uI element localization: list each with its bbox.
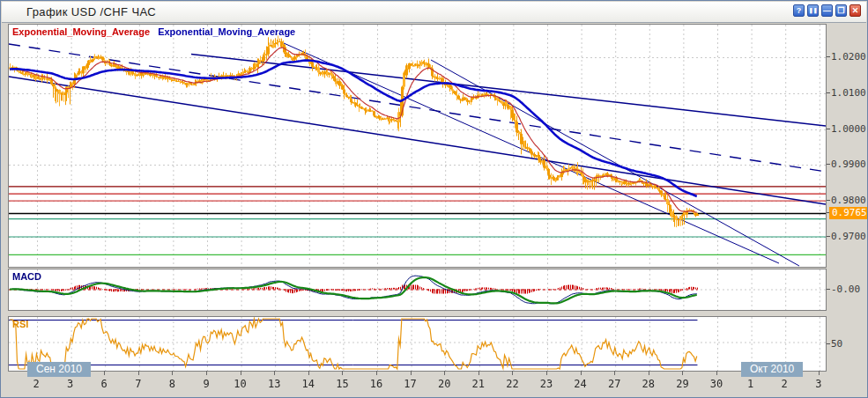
date-axis-label: 16 <box>370 378 382 390</box>
date-axis-label: 28 <box>642 378 655 390</box>
price-tick-mark <box>827 236 830 237</box>
minimize-button[interactable]: — <box>821 4 833 17</box>
date-tick-mark <box>411 371 412 375</box>
rsi-canvas[interactable] <box>9 317 826 371</box>
main-chart-panel: Exponential_Moving_Average Exponential_M… <box>8 24 827 268</box>
date-tick-mark <box>819 371 820 375</box>
macd-label: MACD <box>12 271 41 282</box>
maximize-button[interactable]: ❐ <box>835 4 847 17</box>
chart-window: График USD /CHF ЧАС ?❚❚—❐✕ Exponential_M… <box>0 0 868 398</box>
macd-canvas[interactable] <box>9 269 826 310</box>
date-axis-label: 8 <box>169 378 175 390</box>
date-axis-label: 3 <box>67 378 73 390</box>
date-tick-mark <box>172 371 173 375</box>
date-tick-mark <box>581 371 582 375</box>
date-axis-label: 6 <box>101 378 108 390</box>
date-axis-label: 2 <box>33 378 39 390</box>
price-tick-mark <box>827 200 830 201</box>
pause-button[interactable]: ❚❚ <box>807 4 819 17</box>
date-axis[interactable]: 236789101314151617202122232427282930123 <box>8 371 827 394</box>
date-axis-label: 10 <box>234 378 246 390</box>
date-tick-mark <box>682 371 683 375</box>
date-tick-mark <box>241 371 241 375</box>
date-tick-mark <box>104 371 105 375</box>
close-button[interactable]: ✕ <box>849 4 861 17</box>
ema-blue-legend-label: Exponential_Moving_Average <box>158 26 295 37</box>
main-chart-canvas[interactable] <box>9 25 826 267</box>
date-axis-label: 29 <box>676 378 688 390</box>
date-axis-label: 22 <box>506 378 518 390</box>
date-tick-mark <box>512 371 513 375</box>
date-axis-label: 1 <box>747 378 753 390</box>
price-axis-label: 0.9700 <box>831 231 866 242</box>
date-axis-label: 30 <box>710 378 723 390</box>
price-axis-label: 1.0100 <box>831 87 866 99</box>
date-tick-mark <box>138 371 139 375</box>
price-axis-label: 0.9800 <box>831 195 866 206</box>
date-axis-label: 27 <box>608 378 620 390</box>
date-tick-mark <box>649 371 649 375</box>
rsi-label: RSI <box>12 319 28 329</box>
price-axis-label: -0.00 <box>831 284 860 295</box>
date-tick-mark <box>546 371 547 375</box>
price-tick-mark <box>827 289 830 290</box>
price-tick-mark <box>827 92 830 93</box>
date-tick-mark <box>479 371 479 375</box>
price-axis-label: 1.0000 <box>831 123 866 135</box>
window-buttons: ?❚❚—❐✕ <box>793 4 861 17</box>
date-tick-mark <box>614 371 615 375</box>
rsi-panel: RSI <box>8 316 827 372</box>
month-badge-september: Сен 2010 <box>27 362 91 377</box>
date-axis-label: 2 <box>782 378 788 390</box>
date-tick-mark <box>444 371 445 375</box>
date-tick-mark <box>308 371 309 375</box>
date-tick-mark <box>376 371 377 375</box>
current-price-tag: 0.9765 <box>829 207 868 219</box>
indicator-legend: Exponential_Moving_Average Exponential_M… <box>12 26 295 37</box>
price-tick-mark <box>827 164 830 165</box>
date-axis-label: 21 <box>472 378 485 390</box>
price-tick-mark <box>827 56 830 57</box>
window-title: График USD /CHF ЧАС <box>26 5 156 18</box>
date-axis-label: 15 <box>336 378 348 390</box>
date-axis-label: 3 <box>815 378 821 390</box>
date-axis-label: 7 <box>135 378 141 390</box>
ema-red-legend-label: Exponential_Moving_Average <box>12 26 150 37</box>
price-axis-label: 1.0200 <box>831 51 866 63</box>
price-axis[interactable]: 1.02001.01001.00000.99000.98000.97000.97… <box>827 24 868 372</box>
price-axis-label: 0.9900 <box>831 158 866 170</box>
date-axis-label: 23 <box>540 378 553 390</box>
price-tick-mark <box>827 343 830 344</box>
date-tick-mark <box>716 371 717 375</box>
date-axis-label: 9 <box>203 378 209 390</box>
date-axis-label: 20 <box>438 378 450 390</box>
month-badge-october: Окт 2010 <box>741 362 803 377</box>
date-axis-label: 24 <box>574 378 586 390</box>
date-tick-mark <box>206 371 207 375</box>
title-bar[interactable]: График USD /CHF ЧАС ?❚❚—❐✕ <box>2 2 866 23</box>
date-axis-label: 14 <box>302 378 315 390</box>
macd-panel: MACD <box>8 269 827 311</box>
price-tick-mark <box>827 129 830 129</box>
date-axis-label: 13 <box>268 378 280 390</box>
date-axis-label: 17 <box>404 378 416 390</box>
date-tick-mark <box>342 371 343 375</box>
price-axis-label: 50 <box>831 338 842 350</box>
date-tick-mark <box>274 371 275 375</box>
help-button[interactable]: ? <box>793 4 805 17</box>
